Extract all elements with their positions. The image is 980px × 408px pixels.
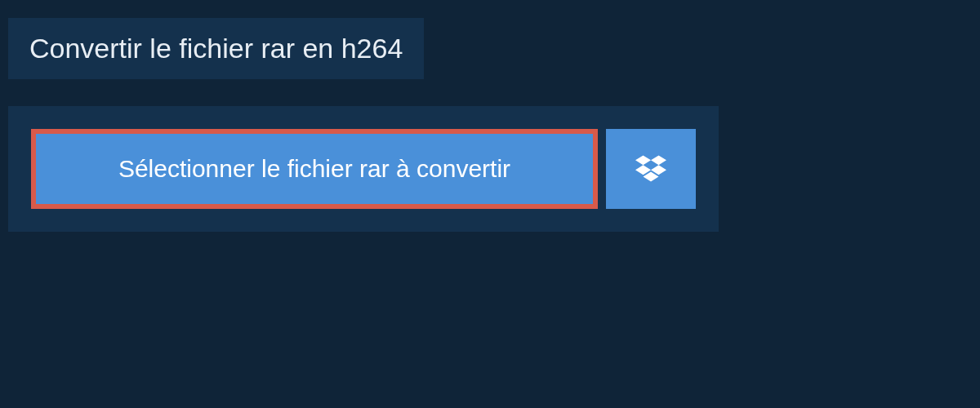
dropbox-button[interactable] — [606, 129, 696, 209]
page-title: Convertir le fichier rar en h264 — [29, 33, 403, 64]
select-file-button[interactable]: Sélectionner le fichier rar à convertir — [31, 129, 598, 209]
page-title-tab: Convertir le fichier rar en h264 — [8, 18, 424, 79]
upload-panel: Sélectionner le fichier rar à convertir — [8, 106, 719, 232]
select-file-label: Sélectionner le fichier rar à convertir — [118, 155, 510, 183]
dropbox-icon — [635, 153, 666, 184]
